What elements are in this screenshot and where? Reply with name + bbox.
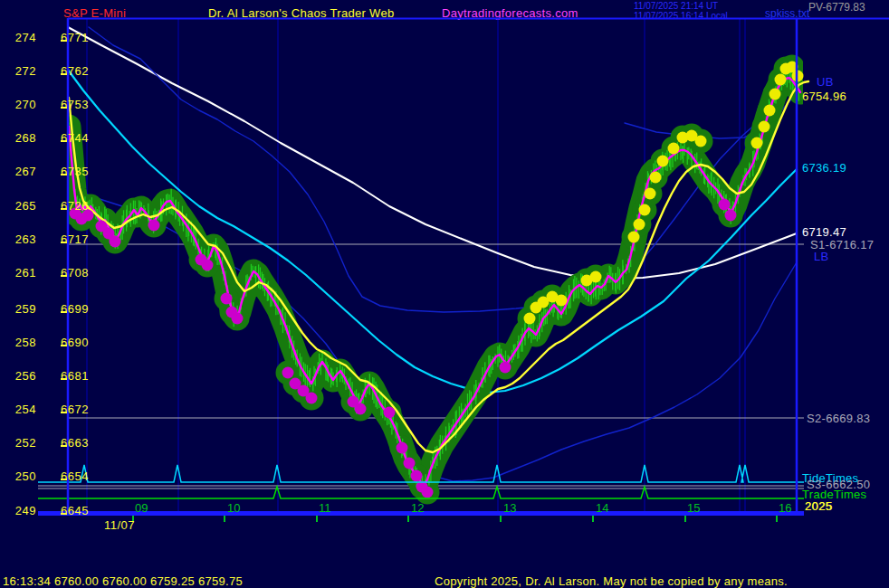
buy-signal-dot	[110, 236, 121, 248]
sell-signal-dot	[770, 89, 781, 100]
buy-signal-dot	[719, 199, 731, 211]
y-axis-row: 2526663	[5, 436, 89, 450]
index-price-label: 6663	[47, 436, 89, 450]
contract-price-label: 267	[5, 165, 36, 178]
x-axis-hour-label: 11	[319, 501, 331, 515]
y-axis-row: 2726762	[5, 64, 89, 78]
y-axis-row: 2686744	[5, 131, 89, 145]
index-price-label: 6672	[47, 403, 89, 416]
y-axis-row: 2586690	[5, 336, 89, 349]
contract-price-label: 263	[5, 232, 36, 246]
y-axis-row: 2706753	[5, 98, 89, 111]
y-axis-row: 2566681	[5, 369, 89, 383]
buy-signal-dot	[725, 210, 737, 222]
index-price-label: 6771	[47, 31, 89, 44]
buy-signal-dot	[384, 407, 396, 419]
level-label-6719-47: 6719.47	[802, 225, 846, 239]
index-price-label: 6726	[47, 199, 89, 213]
buy-signal-dot	[404, 458, 416, 469]
buy-signal-dot	[411, 470, 423, 482]
level-label-ub: UB	[817, 75, 834, 89]
x-axis-hour-label: 13	[503, 501, 516, 515]
contract-price-label: 250	[5, 469, 36, 483]
contract-price-label: 258	[5, 336, 36, 349]
x-axis-hour-label: 16	[779, 501, 791, 515]
level-label-lb: LB	[814, 250, 829, 263]
index-price-label: 6717	[47, 232, 89, 246]
buy-signal-dot	[355, 403, 367, 415]
contract-price-label: 249	[5, 504, 36, 517]
x-axis-year-label: 2025	[805, 499, 833, 513]
index-price-label: 6699	[47, 302, 89, 316]
sell-signal-dot	[668, 143, 680, 155]
y-axis-row: 2596699	[5, 302, 89, 316]
x-axis-hour-label: 10	[227, 501, 240, 515]
x-axis-hour-label: 12	[411, 501, 424, 515]
buy-signal-dot	[221, 293, 233, 305]
x-axis-hour-label: 15	[687, 501, 700, 515]
contract-price-label: 254	[5, 403, 36, 416]
sell-signal-dot	[657, 156, 669, 167]
index-price-label: 6753	[47, 98, 89, 111]
buy-signal-dot	[397, 442, 408, 454]
sell-signal-dot	[590, 271, 602, 283]
contract-price-label: 274	[5, 31, 36, 44]
contract-price-label: 270	[5, 98, 36, 111]
index-price-label: 6744	[47, 131, 89, 145]
y-axis-row: 2496645	[5, 504, 89, 517]
level-label-6736-19: 6736.19	[802, 161, 846, 175]
sell-signal-dot	[751, 138, 763, 149]
quote-ticker: 16:13:34 6760.00 6760.00 6759.25 6759.75	[3, 574, 243, 588]
buy-signal-dot	[202, 260, 214, 271]
contract-price-label: 265	[5, 199, 36, 213]
sell-signal-dot	[628, 232, 640, 243]
chaos-trader-screen: S&P E-Mini Dr. Al Larson's Chaos Trader …	[0, 0, 889, 588]
contract-price-label: 252	[5, 436, 36, 450]
x-axis-hour-label: 14	[596, 501, 608, 515]
price-chart	[0, 0, 889, 588]
index-price-label: 6654	[47, 469, 89, 483]
sell-signal-dot	[695, 136, 707, 147]
y-axis-row: 2636717	[5, 232, 89, 246]
buy-signal-dot	[422, 487, 434, 498]
index-price-label: 6645	[47, 504, 89, 517]
buy-signal-dot	[232, 313, 244, 325]
buy-signal-dot	[282, 367, 294, 379]
buy-signal-dot	[500, 362, 511, 374]
x-axis-hour-label: 09	[135, 501, 148, 515]
sell-signal-dot	[524, 313, 536, 325]
x-axis-date-label: 11/07	[104, 518, 135, 532]
level-label-6754-96: 6754.96	[802, 90, 846, 103]
sell-signal-dot	[634, 219, 645, 231]
sell-signal-dot	[650, 172, 662, 184]
contract-price-label: 268	[5, 131, 36, 145]
sell-signal-dot	[759, 121, 770, 133]
y-axis-row: 2656726	[5, 199, 89, 213]
index-price-label: 6681	[47, 369, 89, 383]
contract-price-label: 272	[5, 64, 36, 78]
index-price-label: 6735	[47, 165, 89, 178]
y-axis-row: 2616708	[5, 266, 89, 280]
buy-signal-dot	[148, 220, 160, 232]
y-axis-row: 2676735	[5, 165, 89, 178]
sell-signal-dot	[639, 204, 651, 216]
price-band	[63, 55, 810, 505]
contract-price-label: 256	[5, 369, 36, 383]
copyright-notice: Copyright 2025, Dr. Al Larson. May not b…	[435, 574, 788, 588]
sell-signal-dot	[645, 188, 656, 200]
y-axis-row: 2746771	[5, 31, 89, 44]
index-price-label: 6708	[47, 266, 89, 280]
sell-signal-dot	[556, 295, 568, 307]
y-axis-row: 2546672	[5, 403, 89, 416]
buy-signal-dot	[306, 393, 318, 404]
sell-signal-dot	[764, 105, 776, 117]
index-price-label: 6690	[47, 336, 89, 349]
contract-price-label: 261	[5, 266, 36, 280]
sell-signal-dot	[775, 74, 787, 86]
contract-price-label: 259	[5, 302, 36, 316]
level-label-s2-6669-83: S2-6669.83	[807, 412, 870, 425]
index-price-label: 6762	[47, 64, 89, 78]
y-axis-row: 2506654	[5, 469, 89, 483]
